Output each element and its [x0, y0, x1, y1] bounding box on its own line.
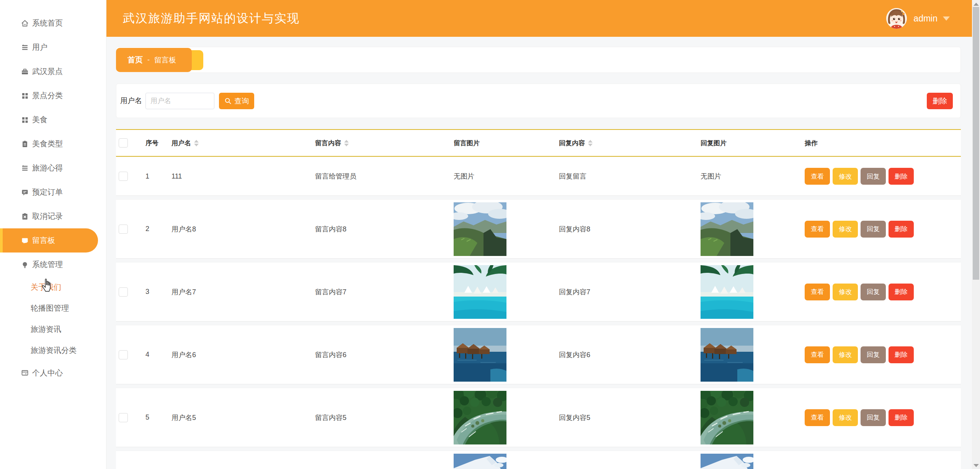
table-row: 4用户名6留言内容6回复内容6查看修改回复删除 — [116, 325, 961, 384]
search-label: 用户名 — [120, 84, 142, 118]
row-checkbox[interactable] — [119, 172, 128, 181]
delete-row-button[interactable]: 删除 — [889, 168, 914, 185]
page-title: 武汉旅游助手网站的设计与实现 — [123, 0, 300, 37]
table-row: 3用户名7留言内容7回复内容7查看修改回复删除 — [116, 262, 961, 321]
view-button[interactable]: 查看 — [805, 168, 830, 185]
delete-row-button[interactable]: 删除 — [889, 221, 914, 238]
select-all-checkbox[interactable] — [119, 138, 128, 148]
sidebar-item[interactable]: 系统首页 — [0, 11, 106, 35]
reply-image — [698, 265, 802, 319]
message-image — [451, 202, 556, 256]
query-button[interactable]: 查询 — [219, 93, 254, 109]
avatar[interactable] — [886, 8, 907, 29]
view-button[interactable]: 查看 — [805, 346, 830, 363]
sidebar-subitem[interactable]: 旅游资讯 — [0, 319, 106, 340]
scroll-down-arrow[interactable] — [973, 464, 979, 467]
sidebar-item[interactable]: 武汉景点 — [0, 59, 106, 84]
grid-icon — [21, 116, 29, 124]
sidebar-item[interactable]: 美食类型 — [0, 132, 106, 156]
reply-image — [698, 328, 802, 382]
row-checkbox[interactable] — [119, 350, 128, 359]
edit-button[interactable]: 修改 — [833, 168, 858, 185]
user-menu[interactable]: admin — [886, 0, 950, 37]
delete-row-button[interactable]: 删除 — [889, 409, 914, 426]
sort-icon[interactable] — [588, 140, 593, 146]
sidebar-subitem[interactable]: 旅游资讯分类 — [0, 340, 106, 361]
delete-button[interactable]: 删除 — [927, 93, 953, 109]
sidebar-item[interactable]: 取消记录 — [0, 204, 106, 228]
reply-image — [698, 391, 802, 444]
message-image — [451, 454, 556, 469]
scroll-up-arrow[interactable] — [973, 3, 979, 6]
sidebar-subitem[interactable]: 轮播图管理 — [0, 298, 106, 319]
view-button[interactable]: 查看 — [805, 409, 830, 426]
sidebar-item[interactable]: 用户 — [0, 35, 106, 59]
scrollbar[interactable] — [972, 0, 980, 469]
topbar: 武汉旅游助手网站的设计与实现 admin — [106, 0, 972, 37]
sidebar-item[interactable]: 预定订单 — [0, 180, 106, 204]
message-image — [451, 391, 556, 444]
edit-button[interactable]: 修改 — [833, 346, 858, 363]
reply-button[interactable]: 回复 — [861, 221, 886, 238]
username-label: admin — [913, 13, 938, 24]
search-input[interactable] — [145, 93, 214, 109]
breadcrumb: 首页 - 留言板 — [116, 48, 192, 72]
edit-button[interactable]: 修改 — [833, 409, 858, 426]
grid-icon — [21, 92, 29, 100]
clipx-icon — [21, 212, 29, 221]
edit-button[interactable]: 修改 — [833, 284, 858, 300]
sidebar-item[interactable]: 美食 — [0, 108, 106, 132]
table-row: 2用户名8留言内容8回复内容8查看修改回复删除 — [116, 199, 961, 259]
chevron-down-icon — [943, 16, 950, 21]
breadcrumb-current[interactable]: 留言板 — [154, 55, 176, 65]
chat-icon — [21, 188, 29, 197]
sidebar-item[interactable]: 旅游心得 — [0, 156, 106, 180]
bulb-icon — [21, 261, 29, 269]
table-body: 1111留言给管理员无图片回复留言无图片查看修改回复删除2用户名8留言内容8回复… — [116, 157, 961, 469]
message-image: 无图片 — [451, 172, 556, 181]
row-checkbox[interactable] — [119, 225, 128, 234]
delete-row-button[interactable]: 删除 — [889, 284, 914, 300]
list-icon — [21, 164, 29, 172]
message-table: 序号用户名留言内容留言图片回复内容回复图片操作 1111留言给管理员无图片回复留… — [116, 129, 961, 469]
breadcrumb-home[interactable]: 首页 — [127, 55, 143, 65]
reply-button[interactable]: 回复 — [861, 168, 886, 185]
row-checkbox[interactable] — [119, 287, 128, 297]
message-image — [451, 265, 556, 319]
row-checkbox[interactable] — [119, 413, 128, 422]
table-row — [116, 451, 961, 469]
card-icon — [21, 369, 29, 377]
home-icon — [21, 19, 29, 28]
msg-icon — [21, 236, 29, 245]
sidebar-item[interactable]: 景点分类 — [0, 84, 106, 108]
table-row: 1111留言给管理员无图片回复留言无图片查看修改回复删除 — [116, 157, 961, 196]
sidebar-item[interactable]: 个人中心 — [0, 361, 106, 385]
reply-button[interactable]: 回复 — [861, 346, 886, 363]
reply-image — [698, 454, 802, 469]
search-icon — [224, 97, 232, 105]
search-panel: 用户名 查询 删除 — [116, 84, 961, 118]
case-icon — [21, 67, 29, 76]
scrollbar-thumb[interactable] — [973, 7, 979, 280]
sidebar-item[interactable]: 系统管理 — [0, 253, 106, 277]
clip-icon — [21, 140, 29, 148]
table-header: 序号用户名留言内容留言图片回复内容回复图片操作 — [116, 129, 961, 157]
reply-image: 无图片 — [698, 172, 802, 181]
edit-button[interactable]: 修改 — [833, 221, 858, 238]
reply-button[interactable]: 回复 — [861, 284, 886, 300]
reply-button[interactable]: 回复 — [861, 409, 886, 426]
breadcrumb-separator: - — [147, 56, 150, 64]
delete-row-button[interactable]: 删除 — [889, 346, 914, 363]
reply-image — [698, 202, 802, 256]
view-button[interactable]: 查看 — [805, 221, 830, 238]
content-area: 首页 - 留言板 用户名 查询 删除 序号用户名留言内容留言图片回复内容回复图片… — [106, 37, 972, 469]
sort-icon[interactable] — [344, 140, 349, 146]
view-button[interactable]: 查看 — [805, 284, 830, 300]
sort-icon[interactable] — [194, 140, 199, 146]
list-icon — [21, 43, 29, 52]
breadcrumb-bar: 首页 - 留言板 — [116, 47, 961, 73]
table-row: 5用户名5留言内容5回复内容5查看修改回复删除 — [116, 388, 961, 447]
sidebar-nav: 系统首页用户武汉景点景点分类美食美食类型旅游心得预定订单取消记录留言板系统管理关… — [0, 11, 106, 385]
sidebar-subitem[interactable]: 关于我们 — [0, 277, 106, 298]
sidebar-item[interactable]: 留言板 — [0, 228, 98, 253]
